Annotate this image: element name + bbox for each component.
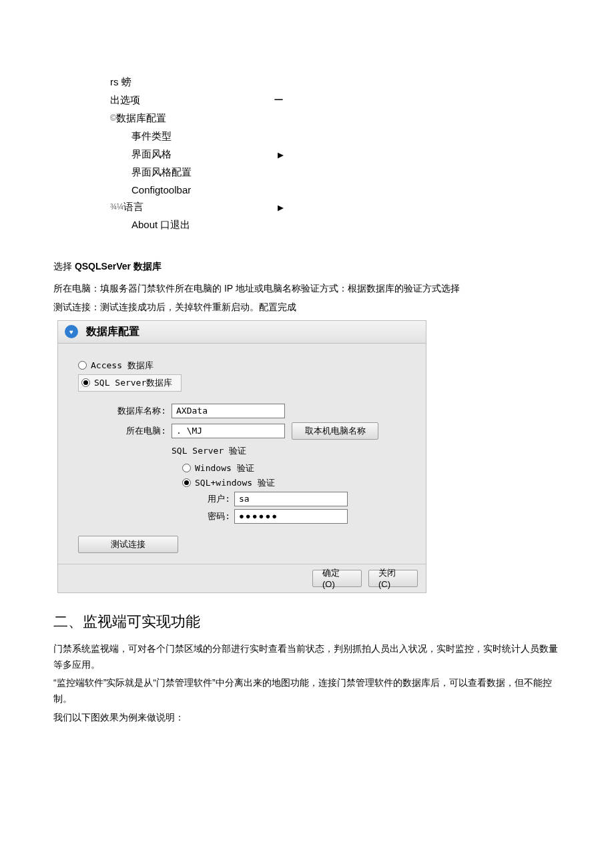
submenu-arrow-icon: ▶	[278, 149, 284, 161]
section-2-heading: 二、监视端可实现功能	[53, 612, 561, 632]
menu-item-configtoolbar[interactable]: Configtoolbar	[110, 184, 191, 195]
db-config-dialog: ♥ 数据库配置 Access 数据库 SQL Server数据库 数据库名称: …	[57, 320, 426, 593]
radio-icon	[78, 361, 87, 370]
app-icon: ♥	[65, 325, 78, 338]
test-connection-button[interactable]: 测试连接	[78, 536, 178, 553]
user-label: 用户:	[204, 493, 234, 505]
radio-icon	[81, 378, 90, 387]
close-button[interactable]: 关闭(C)	[368, 570, 418, 587]
select-db-sentence: 选择 QSQLSerVer 数据库	[53, 261, 561, 273]
dialog-titlebar: ♥ 数据库配置	[58, 321, 426, 344]
menu-dash-icon: ー	[274, 94, 284, 107]
section-2-p1: 门禁系统监视端，可对各个门禁区域的分部进行实时查看当前状态，判别抓拍人员出入状况…	[53, 641, 561, 673]
menu-item-rs: rs 螃	[110, 76, 131, 89]
radio-sqlserver-db[interactable]: SQL Server数据库	[78, 374, 182, 392]
host-label: 所在电脑:	[85, 425, 172, 437]
menu-item-options[interactable]: 出选项	[110, 94, 140, 107]
auth-heading: SQL Server 验证	[172, 445, 418, 457]
get-hostname-button[interactable]: 取本机电脑名称	[292, 422, 378, 440]
menu-item-event-type[interactable]: 事件类型	[110, 130, 172, 143]
menu-item-theme-config[interactable]: 界面风格配置	[110, 166, 192, 179]
menu-item-language[interactable]: ¾¼语言	[110, 201, 143, 213]
radio-access-db[interactable]: Access 数据库	[78, 360, 418, 372]
password-input[interactable]: ●●●●●●	[234, 509, 348, 524]
menu-fragment: rs 螃 出选项 ー ©数据库配置 事件类型 界面风格 ▶ 界面风格配置 Con…	[110, 73, 284, 234]
intro-line-1: 所在电脑：填服务器门禁软件所在电脑的 IP 地址或电脑名称验证方式：根据数据库的…	[53, 281, 561, 296]
section-2-p2: “监控端软件”实际就是从“门禁管理软件”中分离出来的地图功能，连接门禁管理软件的…	[53, 675, 561, 707]
radio-icon	[182, 478, 191, 487]
dialog-title: 数据库配置	[86, 325, 139, 339]
password-label: 密码:	[204, 510, 234, 522]
radio-sql-windows-auth[interactable]: SQL+windows 验证	[182, 477, 418, 489]
db-name-input[interactable]: AXData	[172, 404, 285, 418]
section-2-p3: 我们以下图效果为例来做说明：	[53, 710, 561, 726]
intro-line-2: 测试连接：测试连接成功后，关掉软件重新启动。配置完成	[53, 300, 561, 314]
db-name-label: 数据库名称:	[85, 405, 172, 417]
submenu-arrow-icon: ▶	[278, 201, 284, 213]
ok-button[interactable]: 确定(O)	[312, 570, 362, 587]
menu-item-db-config[interactable]: ©数据库配置	[110, 112, 166, 125]
radio-icon	[182, 464, 191, 472]
user-input[interactable]: sa	[234, 492, 348, 506]
menu-item-theme[interactable]: 界面风格	[110, 148, 172, 161]
radio-windows-auth[interactable]: Windows 验证	[182, 462, 418, 474]
host-input[interactable]: . \MJ	[172, 424, 285, 438]
menu-item-about-exit[interactable]: About 口退出	[110, 219, 190, 232]
